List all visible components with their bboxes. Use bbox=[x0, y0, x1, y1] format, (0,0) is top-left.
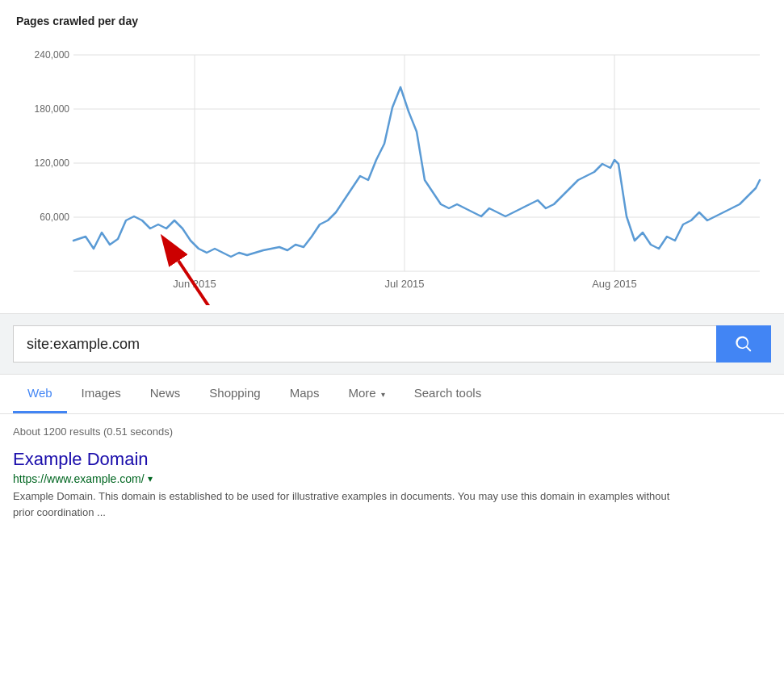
svg-text:Jul 2015: Jul 2015 bbox=[384, 278, 424, 290]
svg-text:180,000: 180,000 bbox=[34, 103, 69, 115]
more-dropdown-arrow: ▾ bbox=[381, 390, 385, 399]
result-item: Example Domain https://www.example.com/ … bbox=[13, 449, 771, 520]
nav-tabs: Web Images News Shopping Maps More ▾ Sea… bbox=[13, 375, 771, 413]
tab-search-tools[interactable]: Search tools bbox=[400, 375, 496, 413]
svg-text:60,000: 60,000 bbox=[40, 212, 69, 223]
svg-text:120,000: 120,000 bbox=[34, 157, 69, 169]
search-bar bbox=[13, 325, 771, 363]
results-stats: About 1200 results (0.51 seconds) bbox=[13, 425, 771, 438]
search-button[interactable] bbox=[716, 325, 771, 363]
results-section: About 1200 results (0.51 seconds) Exampl… bbox=[0, 414, 784, 536]
chart-title: Pages crawled per day bbox=[16, 15, 768, 27]
svg-text:Aug 2015: Aug 2015 bbox=[592, 278, 637, 290]
tab-web[interactable]: Web bbox=[13, 375, 67, 413]
tab-shopping[interactable]: Shopping bbox=[195, 375, 275, 413]
result-url-row: https://www.example.com/ ▾ bbox=[13, 472, 771, 485]
chart-svg: 240,000 180,000 120,000 60,000 Jun 2015 … bbox=[17, 39, 768, 305]
result-url-dropdown-arrow[interactable]: ▾ bbox=[148, 473, 153, 484]
tab-more[interactable]: More ▾ bbox=[333, 375, 399, 413]
tab-maps[interactable]: Maps bbox=[275, 375, 334, 413]
search-icon bbox=[735, 335, 753, 353]
chart-container: 240,000 180,000 120,000 60,000 Jun 2015 … bbox=[17, 39, 768, 305]
search-section bbox=[0, 314, 784, 375]
nav-section: Web Images News Shopping Maps More ▾ Sea… bbox=[0, 375, 784, 414]
tab-news[interactable]: News bbox=[136, 375, 195, 413]
tab-images[interactable]: Images bbox=[67, 375, 136, 413]
result-snippet: Example Domain. This domain is establish… bbox=[13, 488, 691, 520]
chart-section: Pages crawled per day 240,000 180,000 12… bbox=[0, 0, 784, 314]
result-url: https://www.example.com/ bbox=[13, 472, 145, 485]
search-input[interactable] bbox=[13, 325, 716, 363]
result-title[interactable]: Example Domain bbox=[13, 449, 771, 470]
svg-text:240,000: 240,000 bbox=[34, 49, 69, 61]
